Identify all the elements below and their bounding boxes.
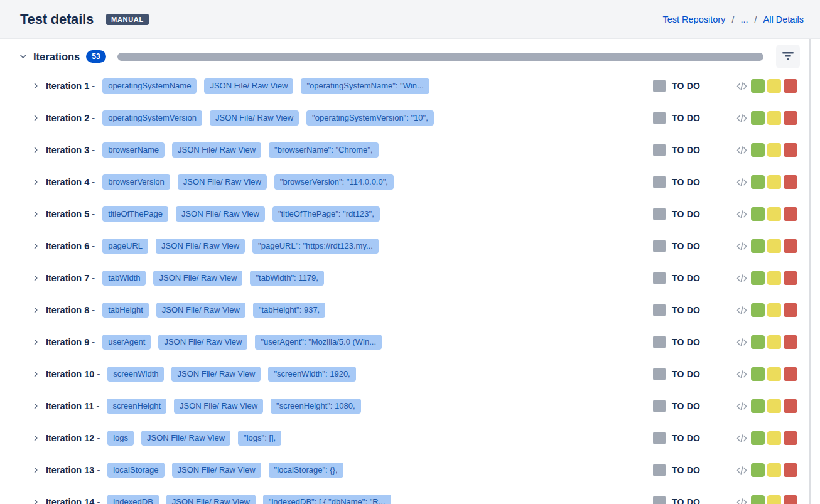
param-value-chip[interactable]: "tabHeight": 937, <box>253 303 325 318</box>
json-file-raw-view-chip[interactable]: JSON File/ Raw View <box>210 110 299 126</box>
json-file-raw-view-chip[interactable]: JSON File/ Raw View <box>172 463 261 478</box>
fail-indicator-square[interactable] <box>784 79 797 93</box>
warning-indicator-square[interactable] <box>767 367 781 381</box>
breadcrumb-test-repository[interactable]: Test Repository <box>662 14 725 24</box>
json-file-raw-view-chip[interactable]: JSON File/ Raw View <box>204 78 293 94</box>
param-value-chip[interactable]: "browserName": "Chrome", <box>269 142 378 158</box>
param-name-chip[interactable]: browserVersion <box>102 174 170 190</box>
code-icon[interactable] <box>736 274 747 283</box>
pass-indicator-square[interactable] <box>751 495 765 504</box>
fail-indicator-square[interactable] <box>784 367 797 381</box>
code-icon[interactable] <box>736 370 747 379</box>
json-file-raw-view-chip[interactable]: JSON File/ Raw View <box>176 206 265 222</box>
param-value-chip[interactable]: "titleOfThePage": "rdt123", <box>272 206 380 222</box>
param-value-chip[interactable]: "screenWidth": 1920, <box>268 367 355 382</box>
pass-indicator-square[interactable] <box>751 111 765 125</box>
warning-indicator-square[interactable] <box>767 175 781 189</box>
warning-indicator-square[interactable] <box>767 111 781 125</box>
param-name-chip[interactable]: operatingSystemVersion <box>102 110 202 126</box>
param-value-chip[interactable]: "indexedDB": [ { "dbName": "R... <box>263 495 391 504</box>
warning-indicator-square[interactable] <box>767 463 781 477</box>
json-file-raw-view-chip[interactable]: JSON File/ Raw View <box>158 335 247 350</box>
param-name-chip[interactable]: indexedDB <box>107 495 159 504</box>
fail-indicator-square[interactable] <box>784 495 797 504</box>
code-icon[interactable] <box>736 242 747 251</box>
param-value-chip[interactable]: "operatingSystemVersion": "10", <box>306 110 434 126</box>
pass-indicator-square[interactable] <box>751 367 765 381</box>
chevron-right-icon[interactable] <box>32 434 40 442</box>
param-name-chip[interactable]: screenHeight <box>107 399 166 414</box>
warning-indicator-square[interactable] <box>767 335 781 349</box>
param-value-chip[interactable]: "screenHeight": 1080, <box>271 399 361 414</box>
chevron-right-icon[interactable] <box>32 82 40 90</box>
json-file-raw-view-chip[interactable]: JSON File/ Raw View <box>156 303 245 318</box>
chevron-right-icon[interactable] <box>32 146 40 154</box>
fail-indicator-square[interactable] <box>784 463 797 477</box>
code-icon[interactable] <box>736 466 747 475</box>
json-file-raw-view-chip[interactable]: JSON File/ Raw View <box>171 367 261 382</box>
json-file-raw-view-chip[interactable]: JSON File/ Raw View <box>172 142 261 158</box>
chevron-right-icon[interactable] <box>32 178 40 186</box>
fail-indicator-square[interactable] <box>784 399 797 413</box>
fail-indicator-square[interactable] <box>784 239 797 253</box>
param-name-chip[interactable]: pageURL <box>102 239 148 254</box>
json-file-raw-view-chip[interactable]: JSON File/ Raw View <box>156 239 245 254</box>
fail-indicator-square[interactable] <box>784 207 797 221</box>
code-icon[interactable] <box>736 498 747 504</box>
pass-indicator-square[interactable] <box>751 239 765 253</box>
param-name-chip[interactable]: tabHeight <box>102 303 149 318</box>
pass-indicator-square[interactable] <box>751 431 765 445</box>
pass-indicator-square[interactable] <box>751 175 765 189</box>
param-name-chip[interactable]: browserName <box>102 142 165 158</box>
fail-indicator-square[interactable] <box>784 143 797 157</box>
fail-indicator-square[interactable] <box>784 271 797 285</box>
code-icon[interactable] <box>736 178 747 187</box>
pass-indicator-square[interactable] <box>751 271 765 285</box>
fail-indicator-square[interactable] <box>784 431 797 445</box>
param-value-chip[interactable]: "operatingSystemName": "Win... <box>301 78 429 94</box>
param-name-chip[interactable]: tabWidth <box>102 271 146 286</box>
code-icon[interactable] <box>736 434 747 443</box>
pass-indicator-square[interactable] <box>751 335 765 349</box>
warning-indicator-square[interactable] <box>767 239 781 253</box>
warning-indicator-square[interactable] <box>767 143 781 157</box>
chevron-right-icon[interactable] <box>32 402 40 410</box>
code-icon[interactable] <box>736 338 747 347</box>
json-file-raw-view-chip[interactable]: JSON File/ Raw View <box>153 271 242 286</box>
breadcrumb-all-details[interactable]: All Details <box>763 14 804 24</box>
param-name-chip[interactable]: logs <box>107 431 134 446</box>
chevron-right-icon[interactable] <box>32 498 40 504</box>
warning-indicator-square[interactable] <box>767 399 781 413</box>
chevron-right-icon[interactable] <box>32 466 40 474</box>
fail-indicator-square[interactable] <box>784 175 797 189</box>
breadcrumb-ellipsis[interactable]: ... <box>740 14 748 24</box>
chevron-right-icon[interactable] <box>32 274 40 282</box>
param-value-chip[interactable]: "browserVersion": "114.0.0.0", <box>274 174 394 190</box>
chevron-right-icon[interactable] <box>32 114 40 122</box>
param-name-chip[interactable]: operatingSystemName <box>102 78 197 94</box>
code-icon[interactable] <box>736 210 747 219</box>
pass-indicator-square[interactable] <box>751 399 765 413</box>
code-icon[interactable] <box>736 146 747 155</box>
param-name-chip[interactable]: userAgent <box>102 335 151 350</box>
warning-indicator-square[interactable] <box>767 271 781 285</box>
warning-indicator-square[interactable] <box>767 431 781 445</box>
json-file-raw-view-chip[interactable]: JSON File/ Raw View <box>178 174 267 190</box>
chevron-right-icon[interactable] <box>32 338 40 346</box>
pass-indicator-square[interactable] <box>751 207 765 221</box>
pass-indicator-square[interactable] <box>751 79 765 93</box>
chevron-right-icon[interactable] <box>32 306 40 314</box>
warning-indicator-square[interactable] <box>767 207 781 221</box>
filter-button[interactable] <box>776 45 800 68</box>
param-value-chip[interactable]: "logs": [], <box>238 431 281 446</box>
warning-indicator-square[interactable] <box>767 303 781 317</box>
fail-indicator-square[interactable] <box>784 335 797 349</box>
param-value-chip[interactable]: "pageURL": "https://rdt123.my... <box>252 239 379 254</box>
code-icon[interactable] <box>736 114 747 123</box>
warning-indicator-square[interactable] <box>767 495 781 504</box>
pass-indicator-square[interactable] <box>751 463 765 477</box>
json-file-raw-view-chip[interactable]: JSON File/ Raw View <box>141 431 230 446</box>
json-file-raw-view-chip[interactable]: JSON File/ Raw View <box>166 495 256 504</box>
param-name-chip[interactable]: localStorage <box>107 463 164 478</box>
json-file-raw-view-chip[interactable]: JSON File/ Raw View <box>174 399 263 414</box>
